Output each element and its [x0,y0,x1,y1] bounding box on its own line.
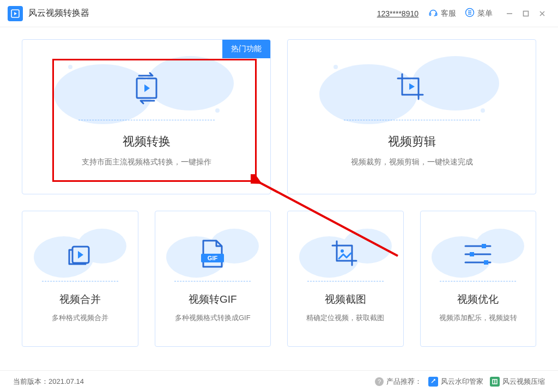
svg-point-19 [333,65,338,69]
card-desc: 支持市面主流视频格式转换，一键操作 [82,157,211,167]
close-button[interactable] [534,5,550,22]
card-video-to-gif[interactable]: GIF 视频转GIF 多种视频格式转换成GIF [155,211,271,347]
svg-point-30 [341,249,344,253]
main-content: 热门功能 视频转换 支持市面主流视频格式转换，一键操作 [0,27,558,347]
convert-icon [130,66,163,110]
card-title: 视频剪辑 [388,133,436,150]
footer: 当前版本： 2021.07.14 ? 产品推荐： 风云水印管家 风云视频压缩 [0,370,558,392]
minimize-button[interactable] [501,5,518,22]
card-desc: 视频添加配乐，视频旋转 [439,313,517,323]
window-controls [501,5,550,22]
svg-rect-9 [524,11,529,16]
card-video-screenshot[interactable]: 视频截图 精确定位视频，获取截图 [287,211,404,347]
divider [344,120,480,120]
sliders-icon [462,235,494,273]
divider [174,281,251,281]
divider [42,281,118,281]
svg-point-20 [481,108,485,113]
merge-icon [65,235,95,273]
card-desc: 多种格式视频合并 [52,313,108,323]
help-icon[interactable]: ? [375,377,384,386]
card-desc: 视频裁剪，视频剪辑，一键快速完成 [351,157,473,167]
card-video-optimize[interactable]: 视频优化 视频添加配乐，视频旋转 [420,211,537,347]
support-button[interactable]: 客服 [428,8,456,19]
recommend-label: 产品推荐： [386,377,422,387]
recommend-compress[interactable]: 风云视频压缩 [490,377,545,387]
crop-image-icon [329,235,362,273]
card-title: 视频转GIF [189,292,237,307]
menu-button[interactable]: 菜单 [465,8,493,19]
hot-badge: 热门功能 [222,40,270,58]
card-desc: 精确定位视频，获取截图 [306,313,384,323]
svg-rect-2 [429,13,430,16]
card-video-merge[interactable]: 视频合并 多种格式视频合并 [22,211,138,347]
card-title: 视频转换 [123,133,171,150]
svg-rect-36 [482,244,486,248]
app-title: 风云视频转换器 [28,8,89,19]
version-label: 当前版本： [13,377,48,387]
card-video-convert[interactable]: 热门功能 视频转换 支持市面主流视频格式转换，一键操作 [22,39,271,194]
app-logo-icon [8,6,23,21]
version-value: 2021.07.14 [48,377,84,385]
svg-point-15 [215,108,220,113]
watermark-app-icon [428,377,438,387]
card-title: 视频截图 [325,292,366,307]
gif-file-icon: GIF [199,235,226,273]
svg-text:GIF: GIF [208,255,218,261]
compress-app-icon [490,377,500,387]
svg-rect-38 [484,260,488,265]
svg-point-14 [68,65,72,69]
card-desc: 多种视频格式转换成GIF [175,313,251,323]
svg-rect-3 [436,13,437,16]
card-video-edit[interactable]: 视频剪辑 视频裁剪，视频剪辑，一键快速完成 [287,39,536,194]
divider [307,281,384,281]
divider [440,281,516,281]
maximize-button[interactable] [518,5,534,22]
svg-rect-37 [470,252,474,256]
card-title: 视频优化 [457,292,499,307]
user-id[interactable]: 123****8910 [377,9,418,18]
menu-list-icon [465,8,475,19]
divider [78,120,215,120]
card-title: 视频合并 [59,292,101,307]
crop-play-icon [395,66,429,110]
recommend-watermark[interactable]: 风云水印管家 [428,377,483,387]
titlebar: 风云视频转换器 123****8910 客服 菜单 [0,0,558,27]
headset-icon [428,8,438,19]
